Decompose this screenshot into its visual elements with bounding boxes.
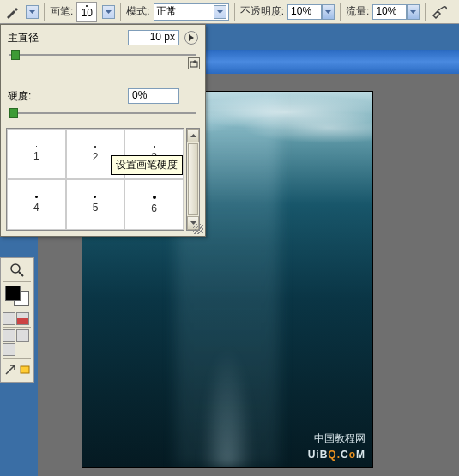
watermark: 中国教程网 UiBQ.CoM [308,431,365,461]
hardness-slider[interactable] [9,105,196,121]
diameter-input[interactable]: 10 px [128,30,179,45]
foreground-color[interactable] [5,286,21,301]
tool-panel [0,257,34,383]
preset-scrollbar[interactable] [186,128,200,231]
flow-input[interactable]: 10% [372,4,407,20]
opacity-input[interactable]: 10% [287,4,322,20]
screen-full-menu-icon[interactable] [16,329,29,342]
tool-preset-dropdown[interactable] [26,5,39,19]
zoom-tool-icon[interactable] [4,261,30,280]
svg-point-0 [11,264,20,273]
brush-preset-1[interactable]: 1 [7,129,66,179]
hardness-label: 硬度: [8,89,49,104]
flyout-menu-icon[interactable] [184,31,198,45]
screenmode-icons [3,329,32,356]
brush-preview[interactable]: 10 [76,2,97,22]
brush-label: 画笔: [50,4,73,19]
opacity-arrow[interactable] [322,4,335,20]
diameter-label: 主直径 [8,31,49,45]
mode-label: 模式: [126,4,149,19]
flow-arrow[interactable] [407,4,420,20]
color-swatch[interactable] [3,284,31,308]
brush-preset-5[interactable]: 5 [66,179,125,230]
brush-settings-popup: 主直径 10 px 硬度: 0% 设置画笔硬度 1 2 3 4 5 6 [0,24,206,237]
mode-dropdown[interactable]: 正常 [154,3,229,21]
scroll-up-icon[interactable] [187,129,199,142]
svg-rect-2 [21,366,29,373]
quickmask-icons [3,312,32,325]
hardness-input[interactable]: 0% [128,88,179,104]
screen-standard-icon[interactable] [3,329,15,342]
chevron-down-icon [214,5,226,19]
opacity-label: 不透明度: [240,4,284,19]
airbrush-icon[interactable] [431,3,450,21]
brush-preset-6[interactable]: 6 [124,179,184,230]
diameter-slider[interactable] [9,47,196,63]
jump-to-icon[interactable] [3,360,17,379]
standard-mode-icon[interactable] [3,312,15,325]
resize-grip-icon[interactable] [193,224,203,234]
brush-preset-grid: 1 2 3 4 5 6 [6,128,184,231]
brush-preset-4[interactable]: 4 [7,179,66,230]
options-bar: 画笔: 10 模式: 正常 不透明度: 10% 流量: 10% [0,0,459,24]
hardness-tooltip: 设置画笔硬度 [111,155,183,175]
flow-label: 流量: [346,4,369,19]
imageready-icon[interactable] [18,360,32,379]
brush-dropdown-arrow[interactable] [102,5,115,19]
light-cone [202,227,253,467]
svg-line-1 [19,272,23,276]
quickmask-mode-icon[interactable] [16,312,29,325]
scroll-thumb[interactable] [188,143,198,215]
screen-full-icon[interactable] [3,343,15,356]
brush-tool-icon[interactable] [3,3,21,21]
